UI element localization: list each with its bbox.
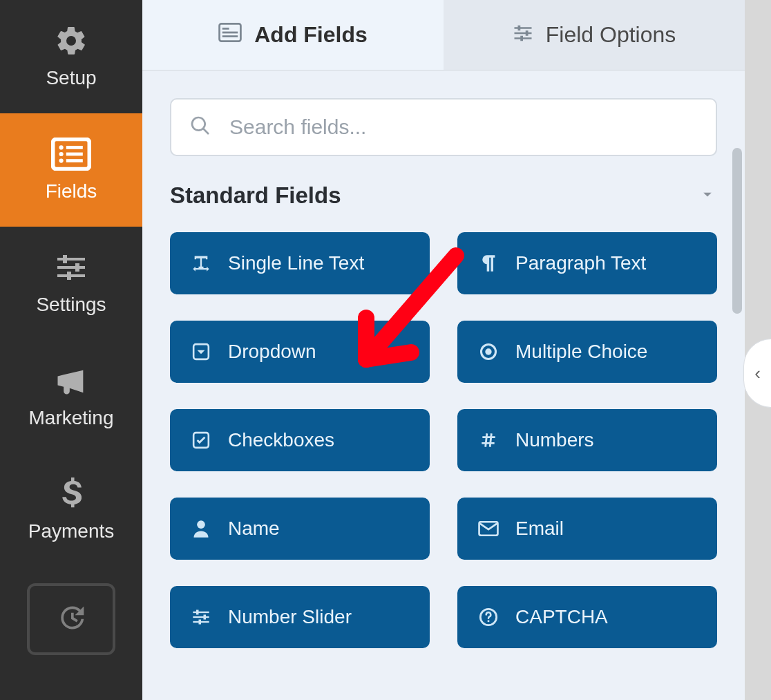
list-icon bbox=[51, 138, 91, 171]
svg-rect-9 bbox=[57, 266, 85, 269]
caret-square-icon bbox=[191, 343, 211, 361]
svg-rect-18 bbox=[517, 26, 520, 31]
sliders-icon bbox=[55, 251, 88, 284]
field-email[interactable]: Email bbox=[457, 498, 717, 560]
sidebar-item-setup[interactable]: Setup bbox=[0, 0, 142, 113]
field-label: Dropdown bbox=[228, 341, 316, 363]
svg-point-1 bbox=[59, 145, 63, 149]
sidebar: Setup Fields Settings Marketing Payments bbox=[0, 0, 142, 700]
sidebar-label: Marketing bbox=[29, 407, 114, 429]
svg-rect-20 bbox=[525, 30, 528, 36]
field-name[interactable]: Name bbox=[170, 498, 430, 560]
field-label: CAPTCHA bbox=[515, 606, 608, 628]
svg-rect-2 bbox=[66, 146, 83, 149]
history-button[interactable] bbox=[27, 583, 115, 655]
search-icon bbox=[189, 115, 211, 140]
sidebar-label: Fields bbox=[46, 180, 97, 202]
svg-rect-16 bbox=[222, 35, 238, 37]
chevron-down-icon bbox=[698, 185, 717, 207]
field-number-slider[interactable]: Number Slider bbox=[170, 586, 430, 648]
tab-add-fields[interactable]: Add Fields bbox=[142, 0, 444, 70]
envelope-icon bbox=[478, 521, 499, 536]
sidebar-item-settings[interactable]: Settings bbox=[0, 227, 142, 340]
svg-rect-8 bbox=[63, 255, 67, 263]
field-single-line-text[interactable]: Single Line Text bbox=[170, 232, 430, 294]
hash-icon bbox=[478, 431, 499, 449]
section-header[interactable]: Standard Fields bbox=[170, 182, 717, 209]
sidebar-item-payments[interactable]: Payments bbox=[0, 453, 142, 567]
question-circle-icon bbox=[478, 607, 499, 627]
svg-point-36 bbox=[487, 620, 489, 622]
svg-point-3 bbox=[59, 152, 63, 156]
dollar-icon bbox=[61, 477, 82, 511]
tab-field-options[interactable]: Field Options bbox=[444, 0, 745, 70]
field-label: Email bbox=[515, 518, 564, 540]
sliders-icon bbox=[191, 609, 211, 625]
sidebar-label: Payments bbox=[28, 520, 115, 542]
svg-rect-17 bbox=[514, 27, 531, 29]
bullhorn-icon bbox=[53, 364, 89, 397]
svg-point-27 bbox=[197, 520, 205, 529]
tab-label: Add Fields bbox=[254, 22, 368, 48]
sidebar-item-fields[interactable]: Fields bbox=[0, 113, 142, 227]
svg-rect-7 bbox=[57, 258, 85, 261]
field-dropdown[interactable]: Dropdown bbox=[170, 321, 430, 383]
svg-rect-10 bbox=[75, 263, 79, 272]
chevron-left-icon: ‹ bbox=[754, 363, 761, 384]
field-grid: Single Line Text Paragraph Text Dropdown bbox=[170, 232, 717, 648]
history-icon bbox=[56, 603, 86, 636]
section-title: Standard Fields bbox=[170, 182, 341, 209]
user-icon bbox=[191, 519, 211, 538]
sidebar-item-marketing[interactable]: Marketing bbox=[0, 340, 142, 453]
tab-label: Field Options bbox=[546, 22, 676, 48]
svg-point-5 bbox=[59, 158, 63, 162]
svg-rect-22 bbox=[520, 36, 523, 41]
field-multiple-choice[interactable]: Multiple Choice bbox=[457, 321, 717, 383]
paragraph-icon bbox=[478, 254, 499, 273]
field-captcha[interactable]: CAPTCHA bbox=[457, 586, 717, 648]
sliders-icon bbox=[513, 22, 533, 48]
form-icon bbox=[218, 22, 242, 48]
svg-rect-12 bbox=[67, 272, 71, 280]
svg-rect-30 bbox=[196, 610, 199, 615]
field-label: Name bbox=[228, 518, 280, 540]
svg-rect-19 bbox=[514, 32, 531, 35]
search-input[interactable] bbox=[170, 98, 717, 156]
sidebar-label: Settings bbox=[36, 294, 106, 316]
svg-rect-31 bbox=[193, 616, 209, 618]
sidebar-label: Setup bbox=[46, 67, 96, 89]
field-label: Checkboxes bbox=[228, 429, 334, 451]
gear-icon bbox=[55, 24, 88, 57]
field-label: Paragraph Text bbox=[515, 252, 646, 274]
svg-rect-14 bbox=[222, 28, 229, 30]
tabs: Add Fields Field Options bbox=[142, 0, 745, 70]
svg-rect-29 bbox=[193, 612, 209, 613]
svg-point-25 bbox=[485, 348, 491, 354]
checkbox-icon bbox=[191, 431, 211, 449]
svg-rect-6 bbox=[66, 159, 83, 162]
main-panel: Add Fields Field Options Standard Fields bbox=[142, 0, 745, 700]
field-label: Multiple Choice bbox=[515, 341, 647, 363]
field-label: Numbers bbox=[515, 429, 594, 451]
field-numbers[interactable]: Numbers bbox=[457, 409, 717, 471]
field-checkboxes[interactable]: Checkboxes bbox=[170, 409, 430, 471]
field-label: Single Line Text bbox=[228, 252, 364, 274]
svg-rect-34 bbox=[199, 620, 202, 625]
radio-icon bbox=[478, 342, 499, 361]
svg-rect-4 bbox=[66, 153, 83, 156]
text-width-icon bbox=[191, 254, 211, 272]
field-paragraph-text[interactable]: Paragraph Text bbox=[457, 232, 717, 294]
scrollbar[interactable] bbox=[732, 148, 742, 314]
field-label: Number Slider bbox=[228, 606, 352, 628]
svg-rect-32 bbox=[204, 615, 207, 620]
svg-rect-15 bbox=[222, 32, 238, 34]
